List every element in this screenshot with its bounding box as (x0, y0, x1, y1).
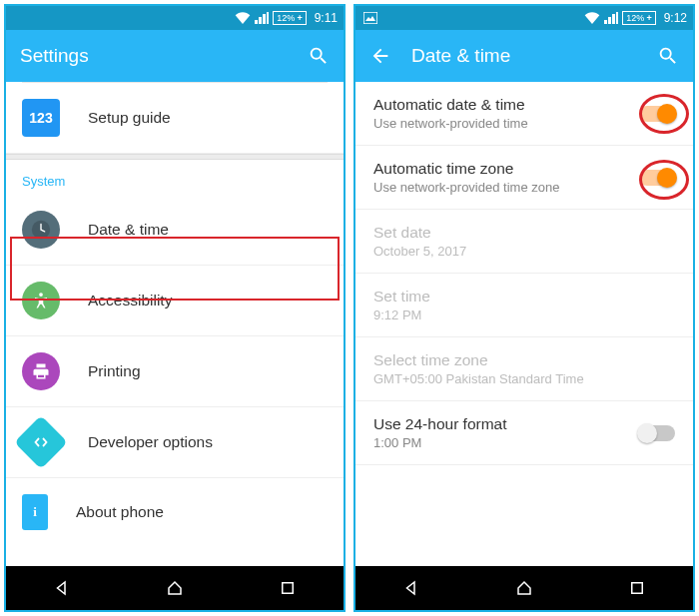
accessibility-label: Accessibility (88, 292, 172, 309)
nav-recent-icon[interactable] (628, 579, 646, 597)
screenshot-icon (363, 12, 377, 24)
printing-label: Printing (88, 362, 141, 380)
select-tz-sub: GMT+05:00 Pakistan Standard Time (373, 371, 675, 386)
battery-percent: 12% (277, 12, 295, 24)
accessibility-icon (22, 282, 60, 319)
settings-list: 123 Setup guide System Date & time Acces… (6, 82, 344, 566)
search-icon[interactable] (308, 45, 330, 67)
row-select-time-zone: Select time zone GMT+05:00 Pakistan Stan… (355, 337, 693, 401)
use-24h-switch[interactable] (639, 425, 675, 441)
printer-icon (22, 352, 60, 390)
back-icon[interactable] (369, 45, 391, 67)
set-date-sub: October 5, 2017 (373, 244, 675, 259)
battery-indicator: 12%+ (622, 11, 655, 25)
list-item-about-phone[interactable]: i About phone (6, 478, 344, 546)
row-use-24h-format[interactable]: Use 24-hour format 1:00 PM (355, 401, 693, 465)
section-header-system: System (6, 160, 344, 195)
dev-options-icon (14, 415, 68, 469)
svg-point-1 (39, 293, 43, 297)
signal-icon (604, 12, 618, 24)
svg-rect-4 (282, 583, 293, 594)
row-set-date: Set date October 5, 2017 (355, 210, 693, 274)
list-item-date-time[interactable]: Date & time (6, 195, 344, 266)
status-time: 9:11 (315, 11, 338, 25)
status-bar: 12%+ 9:12 (355, 6, 693, 30)
auto-dt-sub: Use network-provided time (373, 116, 627, 131)
nav-bar (6, 566, 344, 610)
list-item-accessibility[interactable]: Accessibility (6, 266, 344, 336)
row-set-time: Set time 9:12 PM (355, 274, 693, 337)
svg-rect-6 (631, 583, 642, 594)
date-time-label: Date & time (88, 221, 169, 239)
use-24h-sub: 1:00 PM (373, 435, 627, 450)
about-phone-icon: i (22, 494, 48, 530)
row-auto-time-zone[interactable]: Automatic time zone Use network-provided… (355, 146, 693, 210)
clock-icon (22, 211, 60, 249)
signal-icon (255, 12, 269, 24)
set-date-title: Set date (373, 224, 675, 242)
status-time: 9:12 (664, 11, 687, 25)
auto-dt-switch[interactable] (639, 106, 675, 122)
dev-options-label: Developer options (88, 433, 213, 451)
page-title: Date & time (411, 45, 510, 67)
list-item-setup-guide[interactable]: 123 Setup guide (6, 83, 344, 154)
app-bar: Date & time (355, 30, 693, 82)
search-icon[interactable] (657, 45, 679, 67)
auto-tz-switch[interactable] (639, 170, 675, 186)
auto-tz-title: Automatic time zone (373, 160, 627, 178)
wifi-icon (584, 12, 600, 24)
battery-indicator: 12%+ (273, 11, 306, 25)
nav-home-icon[interactable] (166, 579, 184, 597)
set-time-title: Set time (373, 288, 675, 306)
list-item-printing[interactable]: Printing (6, 336, 344, 407)
nav-recent-icon[interactable] (279, 579, 297, 597)
battery-plus-icon: + (297, 12, 302, 24)
auto-tz-sub: Use network-provided time zone (373, 180, 627, 195)
status-bar: 12%+ 9:11 (6, 6, 344, 30)
phone-right: 12%+ 9:12 Date & time Automatic date & t… (353, 4, 695, 612)
nav-home-icon[interactable] (515, 579, 533, 597)
setup-guide-icon: 123 (22, 99, 60, 137)
date-time-settings: Automatic date & time Use network-provid… (355, 82, 693, 566)
svg-rect-5 (363, 12, 377, 24)
nav-back-icon[interactable] (402, 579, 420, 597)
set-time-sub: 9:12 PM (373, 308, 675, 322)
list-item-dev-options[interactable]: Developer options (6, 407, 344, 478)
app-bar: Settings (6, 30, 344, 82)
svg-text:i: i (33, 504, 37, 519)
select-tz-title: Select time zone (373, 351, 675, 369)
battery-plus-icon: + (646, 12, 651, 24)
auto-dt-title: Automatic date & time (373, 96, 627, 114)
nav-bar (355, 566, 693, 610)
setup-guide-label: Setup guide (88, 109, 171, 127)
phone-left: 12%+ 9:11 Settings 123 Setup guide Syste… (4, 4, 346, 612)
page-title: Settings (20, 45, 89, 67)
nav-back-icon[interactable] (53, 579, 71, 597)
row-auto-date-time[interactable]: Automatic date & time Use network-provid… (355, 82, 693, 146)
battery-percent: 12% (626, 12, 644, 24)
about-phone-label: About phone (76, 503, 164, 521)
use-24h-title: Use 24-hour format (373, 415, 627, 433)
wifi-icon (235, 12, 251, 24)
